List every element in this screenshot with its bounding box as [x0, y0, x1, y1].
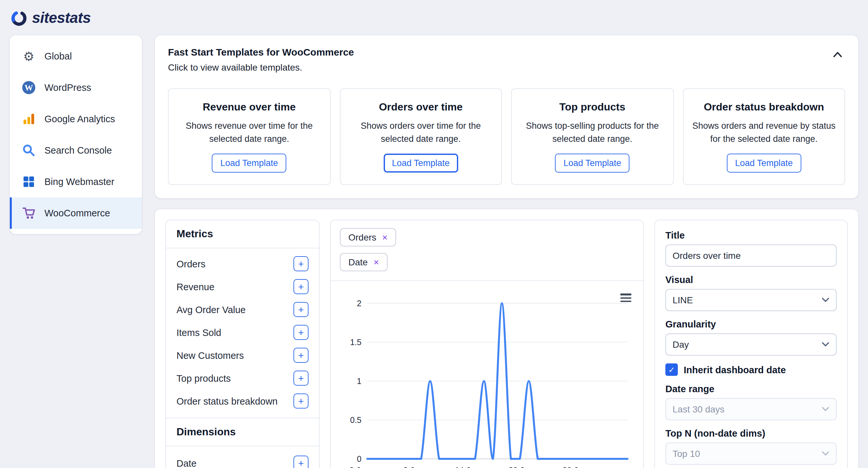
add-metric-button[interactable]: +	[293, 279, 309, 294]
template-card-description: Shows orders and revenue by status for t…	[691, 120, 837, 145]
sidebar-item-woocommerce[interactable]: WooCommerce	[10, 197, 142, 229]
plus-icon: +	[298, 282, 304, 291]
add-dimension-button[interactable]: +	[293, 456, 309, 468]
chip-remove-icon[interactable]: ×	[374, 257, 379, 267]
dimension-label: Date	[177, 458, 196, 468]
plus-icon: +	[298, 327, 304, 337]
visual-select-value: LINE	[673, 295, 693, 305]
template-card-orders-over-time: Orders over time Shows orders over time …	[340, 88, 502, 185]
sidebar-item-search-console[interactable]: Search Console	[10, 135, 142, 166]
metrics-list: Orders + Revenue + Avg Order Value + I	[166, 248, 319, 418]
inherit-date-row: ✓ Inherit dashboard date	[665, 364, 837, 376]
add-metric-button[interactable]: +	[293, 371, 309, 386]
metric-row: Avg Order Value +	[166, 298, 319, 321]
dimensions-list: Date +	[166, 446, 319, 468]
gear-icon: ⚙	[22, 49, 36, 63]
add-metric-button[interactable]: +	[293, 394, 309, 408]
template-card-description: Shows top-selling products for the selec…	[520, 120, 665, 145]
plus-icon: +	[298, 350, 304, 360]
load-template-button[interactable]: Load Template	[555, 154, 630, 173]
template-card-title: Order status breakdown	[691, 101, 837, 113]
visual-field-label: Visual	[665, 275, 837, 285]
granularity-field-label: Granularity	[665, 319, 837, 330]
svg-text:2 January: 2 January	[349, 466, 385, 468]
metric-row: Orders +	[166, 252, 319, 275]
plus-icon: +	[298, 373, 304, 383]
load-template-button[interactable]: Load Template	[383, 154, 458, 173]
topn-select-value: Top 10	[673, 448, 700, 459]
chip-label: Date	[348, 257, 368, 267]
metric-row: Top products +	[166, 367, 319, 389]
visual-select[interactable]: LINE	[665, 289, 837, 311]
inherit-date-checkbox[interactable]: ✓	[665, 364, 678, 376]
cart-icon	[22, 206, 36, 220]
metric-label: Top products	[177, 373, 231, 383]
logo-ring-icon	[10, 9, 27, 27]
metric-row: Order status breakdown +	[166, 389, 319, 412]
load-template-button[interactable]: Load Template	[212, 154, 287, 173]
metric-row: Revenue +	[166, 275, 319, 298]
template-card-description: Shows revenue over time for the selected…	[177, 120, 322, 145]
dimension-row: Date +	[166, 452, 319, 468]
svg-text:14 January: 14 January	[455, 466, 495, 468]
svg-text:2: 2	[357, 299, 362, 308]
logo-text: sitestats	[32, 9, 91, 27]
analytics-bars-icon	[22, 112, 36, 126]
main-column: Fast Start Templates for WooCommerce Cli…	[154, 35, 859, 468]
sidebar-item-label: WordPress	[44, 82, 91, 93]
plus-icon: +	[298, 305, 304, 314]
search-icon	[22, 143, 36, 158]
sidebar-item-label: WooCommerce	[44, 208, 110, 218]
templates-header: Fast Start Templates for WooCommerce Cli…	[168, 46, 845, 72]
svg-text:1.5: 1.5	[350, 338, 362, 347]
selected-fields: Orders × Date ×	[331, 220, 643, 281]
sidebar-item-label: Search Console	[44, 145, 112, 156]
page: sitestats ⚙ Global W WordPress Google An…	[0, 0, 868, 468]
metric-row: New Customers +	[166, 344, 319, 367]
chart-area: 00.511.522 January8 January14 January20 …	[331, 281, 643, 468]
metric-label: Revenue	[177, 281, 214, 292]
chip-orders[interactable]: Orders ×	[340, 228, 396, 246]
granularity-select[interactable]: Day	[665, 333, 837, 355]
date-range-select[interactable]: Last 30 days	[665, 398, 837, 420]
sidebar-item-global[interactable]: ⚙ Global	[10, 40, 142, 72]
content: ⚙ Global W WordPress Google Analytics Se	[0, 35, 868, 468]
topn-select[interactable]: Top 10	[665, 442, 837, 465]
dimensions-heading: Dimensions	[166, 418, 319, 446]
svg-text:26 January: 26 January	[562, 466, 603, 468]
module-builder-panel: Metrics Orders + Revenue + Avg Order Val…	[154, 209, 859, 468]
chevron-down-icon	[822, 342, 830, 347]
metric-label: Order status breakdown	[177, 396, 278, 406]
load-template-button[interactable]: Load Template	[726, 154, 801, 173]
chip-date[interactable]: Date ×	[340, 253, 388, 271]
sidebar-item-wordpress[interactable]: W WordPress	[10, 72, 142, 103]
orders-line-chart: 00.511.522 January8 January14 January20 …	[337, 286, 637, 468]
chevron-down-icon	[822, 298, 830, 303]
template-card-revenue-over-time: Revenue over time Shows revenue over tim…	[168, 88, 331, 185]
plus-icon: +	[298, 396, 304, 406]
sidebar-item-google-analytics[interactable]: Google Analytics	[10, 103, 142, 135]
template-card-order-status-breakdown: Order status breakdown Shows orders and …	[683, 88, 845, 185]
add-metric-button[interactable]: +	[293, 325, 309, 340]
templates-subtitle: Click to view available templates.	[168, 62, 354, 72]
add-metric-button[interactable]: +	[293, 348, 309, 363]
template-card-title: Top products	[520, 101, 665, 113]
inherit-date-label: Inherit dashboard date	[684, 365, 786, 375]
chevron-down-icon	[822, 407, 830, 412]
check-icon: ✓	[668, 365, 675, 374]
sidebar-item-bing-webmaster[interactable]: Bing Webmaster	[10, 166, 142, 197]
metrics-card: Metrics Orders + Revenue + Avg Order Val…	[165, 220, 320, 468]
chart-menu-icon[interactable]	[620, 291, 631, 304]
templates-title: Fast Start Templates for WooCommerce	[168, 46, 354, 58]
template-cards: Revenue over time Shows revenue over tim…	[168, 88, 845, 185]
topbar: sitestats	[0, 0, 868, 35]
add-metric-button[interactable]: +	[293, 256, 309, 271]
app-logo: sitestats	[10, 9, 91, 27]
chip-remove-icon[interactable]: ×	[382, 232, 388, 243]
add-metric-button[interactable]: +	[293, 302, 309, 317]
template-card-description: Shows orders over time for the selected …	[348, 120, 494, 145]
title-input[interactable]	[665, 245, 837, 267]
chevron-up-icon	[833, 51, 842, 58]
svg-text:0.5: 0.5	[350, 415, 362, 425]
collapse-panel-button[interactable]	[830, 48, 845, 63]
